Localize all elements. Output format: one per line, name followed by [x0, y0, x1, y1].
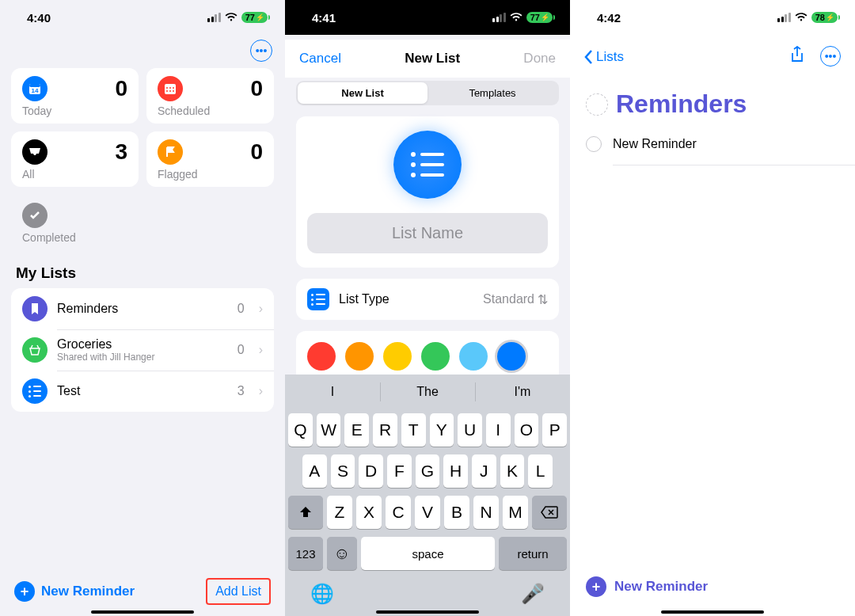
list-name: Groceries	[57, 337, 228, 352]
more-options-button[interactable]: •••	[250, 40, 272, 62]
key-j[interactable]: J	[472, 454, 496, 488]
color-swatch[interactable]	[345, 342, 374, 371]
list-type-row[interactable]: List Type Standard⇅	[296, 279, 559, 320]
key-x[interactable]: X	[356, 496, 382, 529]
home-indicator[interactable]	[661, 610, 764, 614]
key-v[interactable]: V	[415, 496, 440, 529]
key-n[interactable]: N	[473, 496, 499, 529]
status-indicators: 77⚡	[207, 12, 268, 23]
add-list-button[interactable]: Add List	[206, 578, 271, 605]
key-g[interactable]: G	[416, 454, 440, 488]
key-r[interactable]: R	[373, 413, 397, 447]
reminder-checkbox[interactable]	[586, 136, 602, 152]
list-name: Reminders	[57, 302, 228, 316]
svg-point-7	[166, 90, 168, 92]
reminder-item[interactable]: New Reminder	[570, 130, 855, 158]
key-t[interactable]: T	[401, 413, 426, 447]
scheduled-label: Scheduled	[158, 105, 263, 117]
list-bullet-icon	[22, 378, 48, 404]
key-f[interactable]: F	[387, 454, 412, 488]
key-c[interactable]: C	[386, 496, 411, 529]
battery-indicator: 78⚡	[811, 12, 838, 23]
scheduled-card[interactable]: 0 Scheduled	[146, 68, 274, 124]
key-z[interactable]: Z	[327, 496, 352, 529]
color-swatch[interactable]	[459, 342, 488, 371]
key-s[interactable]: S	[331, 454, 355, 488]
list-row-test[interactable]: Test 3 ›	[11, 371, 274, 412]
delete-key[interactable]	[532, 496, 567, 529]
plus-circle-icon: +	[586, 576, 606, 597]
today-count: 0	[115, 76, 127, 101]
list-name-input[interactable]	[307, 213, 548, 253]
segment-new-list[interactable]: New List	[298, 82, 428, 104]
numbers-key[interactable]: 123	[288, 537, 323, 570]
key-i[interactable]: I	[486, 413, 511, 447]
color-swatch[interactable]	[497, 342, 526, 371]
key-a[interactable]: A	[302, 454, 327, 488]
return-key[interactable]: return	[499, 537, 567, 570]
chevron-right-icon: ›	[259, 302, 263, 316]
cellular-signal-icon	[492, 13, 506, 22]
flag-icon	[158, 139, 183, 165]
status-bar: 4:41 77⚡	[285, 0, 570, 35]
key-q[interactable]: Q	[288, 413, 313, 447]
cancel-button[interactable]: Cancel	[299, 51, 341, 67]
key-m[interactable]: M	[503, 496, 528, 529]
more-options-button[interactable]: •••	[820, 46, 841, 67]
key-b[interactable]: B	[444, 496, 469, 529]
color-swatch[interactable]	[307, 342, 336, 371]
reminder-text: New Reminder	[613, 137, 697, 151]
key-l[interactable]: L	[528, 454, 553, 488]
color-swatch[interactable]	[383, 342, 412, 371]
home-indicator[interactable]	[91, 610, 194, 614]
space-key[interactable]: space	[361, 537, 495, 570]
updown-icon: ⇅	[538, 292, 548, 307]
shift-key[interactable]	[288, 496, 323, 529]
suggestion[interactable]: I	[285, 375, 380, 409]
svg-point-9	[173, 90, 174, 92]
list-subtitle: Shared with Jill Hanger	[57, 352, 228, 363]
list-title: Reminders	[616, 89, 747, 119]
flagged-card[interactable]: 0 Flagged	[146, 131, 274, 187]
completed-card[interactable]: Completed	[11, 195, 139, 250]
key-e[interactable]: E	[344, 413, 369, 447]
bookmark-icon	[22, 296, 48, 321]
key-p[interactable]: P	[542, 413, 567, 447]
back-button[interactable]: Lists	[584, 49, 624, 65]
key-h[interactable]: H	[443, 454, 468, 488]
suggestion[interactable]: The	[380, 375, 475, 409]
list-title-row: Reminders	[570, 78, 855, 130]
today-card[interactable]: 14 0 Today	[11, 68, 139, 124]
scheduled-count: 0	[250, 76, 263, 101]
key-y[interactable]: Y	[430, 413, 454, 447]
list-row-groceries[interactable]: Groceries Shared with Jill Hanger 0 ›	[11, 329, 274, 371]
suggestion[interactable]: I'm	[475, 375, 570, 409]
all-card[interactable]: 3 All	[11, 131, 139, 187]
done-button[interactable]: Done	[523, 51, 556, 67]
home-indicator[interactable]	[376, 610, 479, 614]
share-button[interactable]	[790, 46, 804, 67]
list-setup-card	[296, 116, 559, 268]
list-preview-icon	[393, 131, 462, 199]
key-o[interactable]: O	[515, 413, 539, 447]
globe-icon[interactable]: 🌐	[310, 583, 334, 605]
flagged-label: Flagged	[158, 168, 263, 181]
segment-templates[interactable]: Templates	[428, 82, 557, 104]
emoji-key[interactable]: ☺	[327, 537, 357, 570]
list-row-reminders[interactable]: Reminders 0 ›	[11, 288, 274, 329]
key-k[interactable]: K	[500, 454, 525, 488]
new-reminder-button[interactable]: + New Reminder	[14, 581, 135, 602]
new-reminder-button[interactable]: + New Reminder	[586, 576, 708, 597]
list-emoji-icon	[586, 93, 608, 116]
segment-control[interactable]: New List Templates	[296, 81, 559, 105]
key-w[interactable]: W	[317, 413, 341, 447]
all-label: All	[22, 168, 127, 181]
new-reminder-label: New Reminder	[41, 584, 135, 599]
mic-icon[interactable]: 🎤	[521, 583, 545, 605]
key-u[interactable]: U	[458, 413, 482, 447]
status-bar: 4:40 77⚡	[0, 0, 285, 35]
color-swatch[interactable]	[421, 342, 450, 371]
tray-icon	[22, 139, 48, 165]
summary-cards: 14 0 Today 0 Scheduled 3 All	[0, 68, 285, 250]
key-d[interactable]: D	[359, 454, 383, 488]
